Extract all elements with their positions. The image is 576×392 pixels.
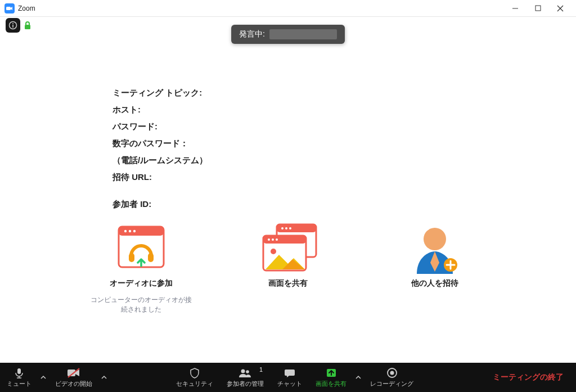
manage-participants-button[interactable]: 1 参加者の管理 (220, 363, 271, 392)
numeric-password-sub: （電話/ルームシステム） (112, 152, 208, 169)
chevron-up-icon (356, 375, 361, 380)
participants-label: 参加者の管理 (227, 380, 264, 388)
mute-button[interactable]: ミュート (0, 363, 38, 392)
invite-others-label: 他の人を招待 (411, 278, 458, 289)
svg-point-19 (285, 227, 287, 229)
meeting-info-panel: ミーティング トピック: ホスト: パスワード: 数字のパスワード： （電話/ル… (112, 84, 208, 213)
numeric-password-label: 数字のパスワード： (112, 135, 208, 152)
svg-rect-2 (536, 6, 541, 11)
video-options-chevron[interactable] (99, 363, 109, 392)
svg-point-13 (133, 230, 135, 232)
action-tiles: オーディオに参加 コンピューターのオーディオが接続されました 画面を共有 (0, 222, 576, 314)
svg-point-37 (246, 370, 249, 373)
meeting-toolbar: ミュート ビデオの開始 セキュリティ 1 参加者の管理 チャット (0, 363, 576, 392)
svg-point-11 (124, 230, 126, 232)
maximize-button[interactable] (526, 1, 549, 16)
invite-person-icon (407, 222, 463, 273)
host-label: ホスト: (112, 101, 208, 118)
share-screen-tile[interactable]: 画面を共有 (232, 222, 344, 314)
mute-label: ミュート (7, 380, 32, 388)
speaking-name-placeholder (269, 29, 337, 39)
video-label: ビデオの開始 (55, 380, 92, 388)
svg-point-6 (12, 23, 14, 24)
minimize-button[interactable] (504, 1, 526, 16)
svg-point-20 (289, 227, 291, 229)
svg-rect-8 (25, 25, 30, 29)
invite-url-label: 招待 URL: (112, 169, 208, 186)
start-video-button[interactable]: ビデオの開始 (48, 363, 99, 392)
headphones-icon (113, 222, 169, 273)
invite-others-tile[interactable]: 他の人を招待 (379, 222, 491, 314)
security-label: セキュリティ (176, 380, 213, 388)
participant-id-label: 参加者 ID: (112, 196, 208, 213)
svg-point-36 (241, 369, 245, 373)
meeting-topic-label: ミーティング トピック: (112, 84, 208, 101)
chat-button[interactable]: チャット (271, 363, 309, 392)
record-button[interactable]: レコーディング (363, 363, 420, 392)
window-controls (504, 1, 572, 16)
share-screen-button[interactable]: 画面を共有 (309, 363, 353, 392)
titlebar: Zoom (0, 0, 576, 17)
share-label: 画面を共有 (316, 380, 346, 388)
audio-options-chevron[interactable] (38, 363, 48, 392)
join-audio-tile[interactable]: オーディオに参加 コンピューターのオーディオが接続されました (85, 222, 197, 314)
svg-point-18 (281, 227, 284, 229)
svg-point-40 (390, 371, 394, 375)
zoom-app-icon (4, 3, 15, 13)
speaking-indicator: 発言中: (231, 25, 345, 44)
chevron-up-icon (40, 375, 46, 380)
security-button[interactable]: セキュリティ (169, 363, 220, 392)
svg-point-12 (128, 230, 130, 232)
window-title: Zoom (18, 4, 504, 12)
svg-point-26 (271, 249, 276, 254)
svg-rect-15 (148, 253, 154, 262)
svg-rect-7 (12, 25, 14, 28)
close-button[interactable] (549, 1, 572, 16)
svg-point-25 (276, 238, 278, 241)
speaking-label: 発言中: (239, 29, 265, 39)
chevron-up-icon (101, 375, 107, 380)
share-options-chevron[interactable] (353, 363, 363, 392)
svg-point-27 (424, 228, 446, 250)
join-audio-label: オーディオに参加 (110, 278, 173, 289)
share-screen-label: 画面を共有 (268, 278, 308, 289)
record-label: レコーディング (370, 380, 413, 388)
end-meeting-button[interactable]: ミーティングの終了 (480, 372, 576, 382)
svg-rect-14 (129, 253, 134, 262)
participants-count: 1 (259, 366, 263, 373)
password-label: パスワード: (112, 118, 208, 135)
svg-rect-0 (6, 7, 11, 10)
chat-label: チャット (277, 380, 302, 388)
encryption-lock-icon[interactable] (24, 21, 32, 30)
svg-rect-31 (17, 368, 21, 374)
svg-point-23 (268, 238, 270, 241)
svg-point-24 (272, 238, 274, 241)
meeting-info-button[interactable] (6, 18, 20, 33)
share-windows-icon (260, 222, 316, 273)
join-audio-sub: コンピューターのオーディオが接続されました (91, 295, 192, 314)
